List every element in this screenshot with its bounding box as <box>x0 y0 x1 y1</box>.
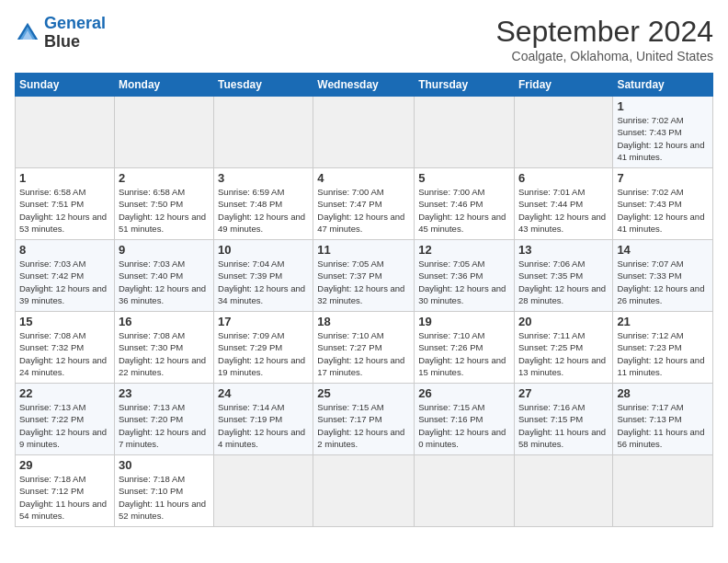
calendar-cell <box>415 97 515 168</box>
day-info: Sunrise: 7:01 AM Sunset: 7:44 PM Dayligh… <box>518 186 609 235</box>
day-number: 27 <box>518 386 609 400</box>
calendar-cell: 2Sunrise: 6:58 AM Sunset: 7:50 PM Daylig… <box>114 168 213 240</box>
calendar-cell: 16Sunrise: 7:08 AM Sunset: 7:30 PM Dayli… <box>114 312 213 384</box>
day-number: 9 <box>119 243 210 257</box>
col-thursday: Thursday <box>415 74 515 97</box>
day-number: 22 <box>19 386 110 400</box>
calendar-table: Sunday Monday Tuesday Wednesday Thursday… <box>15 73 713 527</box>
calendar-cell: 23Sunrise: 7:13 AM Sunset: 7:20 PM Dayli… <box>114 384 213 455</box>
day-number: 15 <box>19 315 110 328</box>
day-info: Sunrise: 7:05 AM Sunset: 7:37 PM Dayligh… <box>317 258 410 306</box>
calendar-cell: 11Sunrise: 7:05 AM Sunset: 7:37 PM Dayli… <box>313 240 415 312</box>
col-monday: Monday <box>114 74 213 97</box>
day-number: 30 <box>119 458 210 472</box>
day-info: Sunrise: 7:02 AM Sunset: 7:43 PM Dayligh… <box>617 114 709 163</box>
calendar-cell <box>114 97 213 168</box>
day-number: 23 <box>119 386 210 400</box>
day-number: 29 <box>19 458 110 472</box>
logo-text: General Blue <box>44 15 106 52</box>
calendar-cell: 1Sunrise: 7:02 AM Sunset: 7:43 PM Daylig… <box>613 97 713 168</box>
day-info: Sunrise: 7:14 AM Sunset: 7:19 PM Dayligh… <box>218 401 309 450</box>
calendar-cell: 22Sunrise: 7:13 AM Sunset: 7:22 PM Dayli… <box>16 384 115 455</box>
calendar-cell: 9Sunrise: 7:03 AM Sunset: 7:40 PM Daylig… <box>114 240 213 312</box>
day-number: 6 <box>518 171 609 185</box>
day-number: 20 <box>518 315 609 328</box>
day-number: 25 <box>317 386 410 400</box>
logo-line1: General <box>44 14 106 32</box>
calendar-cell <box>214 97 313 168</box>
calendar-cell: 3Sunrise: 6:59 AM Sunset: 7:48 PM Daylig… <box>214 168 313 240</box>
col-saturday: Saturday <box>613 74 713 97</box>
day-info: Sunrise: 7:05 AM Sunset: 7:36 PM Dayligh… <box>418 258 510 306</box>
day-info: Sunrise: 7:15 AM Sunset: 7:17 PM Dayligh… <box>317 401 410 450</box>
day-info: Sunrise: 7:08 AM Sunset: 7:32 PM Dayligh… <box>19 329 110 378</box>
calendar-cell: 1Sunrise: 6:58 AM Sunset: 7:51 PM Daylig… <box>16 168 115 240</box>
calendar-cell <box>214 455 313 527</box>
logo-line2: Blue <box>44 33 106 52</box>
calendar-cell: 10Sunrise: 7:04 AM Sunset: 7:39 PM Dayli… <box>214 240 313 312</box>
logo-icon <box>15 20 40 46</box>
day-number: 19 <box>418 315 510 328</box>
day-info: Sunrise: 7:03 AM Sunset: 7:40 PM Dayligh… <box>119 258 210 306</box>
calendar-cell: 20Sunrise: 7:11 AM Sunset: 7:25 PM Dayli… <box>514 312 612 384</box>
calendar-week-row: 1Sunrise: 6:58 AM Sunset: 7:51 PM Daylig… <box>16 168 713 240</box>
day-info: Sunrise: 7:07 AM Sunset: 7:33 PM Dayligh… <box>617 258 709 306</box>
calendar-week-row: 8Sunrise: 7:03 AM Sunset: 7:42 PM Daylig… <box>16 240 713 312</box>
day-info: Sunrise: 7:11 AM Sunset: 7:25 PM Dayligh… <box>518 329 609 378</box>
calendar-week-row: 1Sunrise: 7:02 AM Sunset: 7:43 PM Daylig… <box>16 97 713 168</box>
logo: General Blue <box>15 15 106 52</box>
day-info: Sunrise: 7:10 AM Sunset: 7:27 PM Dayligh… <box>317 329 410 378</box>
calendar-cell: 19Sunrise: 7:10 AM Sunset: 7:26 PM Dayli… <box>415 312 515 384</box>
calendar-cell <box>415 455 515 527</box>
day-info: Sunrise: 7:00 AM Sunset: 7:46 PM Dayligh… <box>418 186 510 235</box>
day-number: 3 <box>218 171 309 185</box>
day-info: Sunrise: 7:15 AM Sunset: 7:16 PM Dayligh… <box>418 401 510 450</box>
calendar-cell: 14Sunrise: 7:07 AM Sunset: 7:33 PM Dayli… <box>613 240 713 312</box>
calendar-cell <box>313 97 415 168</box>
calendar-week-row: 29Sunrise: 7:18 AM Sunset: 7:12 PM Dayli… <box>16 455 713 527</box>
calendar-cell: 18Sunrise: 7:10 AM Sunset: 7:27 PM Dayli… <box>313 312 415 384</box>
day-number: 21 <box>617 315 709 328</box>
calendar-cell: 4Sunrise: 7:00 AM Sunset: 7:47 PM Daylig… <box>313 168 415 240</box>
calendar-cell: 5Sunrise: 7:00 AM Sunset: 7:46 PM Daylig… <box>415 168 515 240</box>
calendar-cell: 26Sunrise: 7:15 AM Sunset: 7:16 PM Dayli… <box>415 384 515 455</box>
day-number: 14 <box>617 243 709 257</box>
day-number: 17 <box>218 315 309 328</box>
day-number: 2 <box>119 171 210 185</box>
calendar-cell: 8Sunrise: 7:03 AM Sunset: 7:42 PM Daylig… <box>16 240 115 312</box>
title-section: September 2024 Coalgate, Oklahoma, Unite… <box>495 15 713 63</box>
day-number: 24 <box>218 386 309 400</box>
day-number: 1 <box>617 99 709 113</box>
day-info: Sunrise: 6:58 AM Sunset: 7:51 PM Dayligh… <box>19 186 110 235</box>
calendar-cell: 7Sunrise: 7:02 AM Sunset: 7:43 PM Daylig… <box>613 168 713 240</box>
day-number: 5 <box>418 171 510 185</box>
day-info: Sunrise: 7:00 AM Sunset: 7:47 PM Dayligh… <box>317 186 410 235</box>
day-number: 16 <box>119 315 210 328</box>
day-number: 28 <box>617 386 709 400</box>
day-info: Sunrise: 7:03 AM Sunset: 7:42 PM Dayligh… <box>19 258 110 306</box>
day-info: Sunrise: 6:58 AM Sunset: 7:50 PM Dayligh… <box>119 186 210 235</box>
day-number: 12 <box>418 243 510 257</box>
calendar-header-row: Sunday Monday Tuesday Wednesday Thursday… <box>16 74 713 97</box>
day-info: Sunrise: 7:06 AM Sunset: 7:35 PM Dayligh… <box>518 258 609 306</box>
day-info: Sunrise: 7:18 AM Sunset: 7:12 PM Dayligh… <box>19 473 110 522</box>
calendar-cell <box>16 97 115 168</box>
calendar-cell: 17Sunrise: 7:09 AM Sunset: 7:29 PM Dayli… <box>214 312 313 384</box>
calendar-cell <box>613 455 713 527</box>
col-tuesday: Tuesday <box>214 74 313 97</box>
col-sunday: Sunday <box>16 74 115 97</box>
header: General Blue September 2024 Coalgate, Ok… <box>15 15 713 63</box>
day-info: Sunrise: 7:09 AM Sunset: 7:29 PM Dayligh… <box>218 329 309 378</box>
col-wednesday: Wednesday <box>313 74 415 97</box>
main-container: General Blue September 2024 Coalgate, Ok… <box>0 0 728 534</box>
day-number: 4 <box>317 171 410 185</box>
day-info: Sunrise: 7:08 AM Sunset: 7:30 PM Dayligh… <box>119 329 210 378</box>
day-info: Sunrise: 7:18 AM Sunset: 7:10 PM Dayligh… <box>119 473 210 522</box>
day-info: Sunrise: 7:02 AM Sunset: 7:43 PM Dayligh… <box>617 186 709 235</box>
day-info: Sunrise: 7:10 AM Sunset: 7:26 PM Dayligh… <box>418 329 510 378</box>
day-number: 18 <box>317 315 410 328</box>
day-info: Sunrise: 7:16 AM Sunset: 7:15 PM Dayligh… <box>518 401 609 450</box>
calendar-cell: 15Sunrise: 7:08 AM Sunset: 7:32 PM Dayli… <box>16 312 115 384</box>
month-title: September 2024 <box>495 15 713 49</box>
day-number: 1 <box>19 171 110 185</box>
